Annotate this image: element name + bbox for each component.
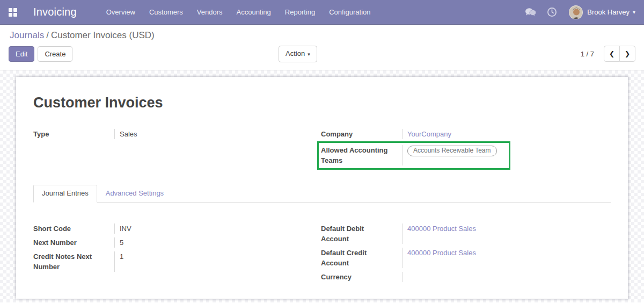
allowed-teams-highlight-box: Allowed Accounting Teams Accounts Receiv… (317, 141, 510, 170)
content-area: Customer Invoices Type Sales Company You… (0, 70, 644, 302)
apps-grid-square (9, 8, 12, 12)
field-default-credit-account: Default Credit Account 400000 Product Sa… (321, 246, 611, 270)
field-short-code-label: Short Code (33, 223, 115, 234)
breadcrumb-journals-link[interactable]: Journals (10, 30, 44, 40)
field-default-credit-account-label: Default Credit Account (321, 248, 402, 268)
pager-counter[interactable]: 1 / 7 (581, 50, 594, 58)
field-currency-value (402, 272, 611, 282)
field-type: Type Sales (33, 127, 311, 141)
field-default-credit-account-value: 400000 Product Sales (402, 248, 611, 268)
navbar-right: Brook Harvey ▾ (524, 5, 635, 19)
breadcrumb-separator: / (44, 30, 51, 40)
top-left-group: Type Sales (33, 127, 311, 170)
field-allowed-teams-value: Accounts Receivable Team (402, 145, 509, 165)
field-short-code-value: INV (115, 223, 311, 234)
field-currency: Currency (321, 270, 611, 284)
user-caret-icon: ▾ (633, 9, 635, 15)
field-allowed-teams: Allowed Accounting Teams Accounts Receiv… (321, 144, 509, 167)
field-credit-notes-next-number: Credit Notes Next Number 1 (33, 250, 311, 274)
bottom-right-group: Default Debit Account 400000 Product Sal… (321, 222, 611, 284)
top-navbar: Invoicing Overview Customers Vendors Acc… (0, 0, 644, 25)
user-name: Brook Harvey (587, 8, 630, 16)
top-right-group: Company YourCompany Allowed Accounting T… (321, 127, 611, 170)
field-next-number-value: 5 (115, 237, 311, 248)
app-title: Invoicing (33, 6, 77, 18)
field-currency-label: Currency (321, 272, 402, 282)
company-link[interactable]: YourCompany (407, 130, 451, 138)
chevron-right-icon: ❯ (625, 50, 630, 57)
field-next-number-label: Next Number (33, 237, 115, 248)
field-type-label: Type (33, 129, 115, 139)
default-debit-account-link[interactable]: 400000 Product Sales (407, 225, 476, 233)
messages-icon[interactable] (524, 8, 536, 17)
pager-next-button[interactable]: ❯ (619, 46, 635, 62)
menu-reporting[interactable]: Reporting (278, 4, 322, 20)
action-label: Action (286, 49, 305, 57)
field-default-debit-account-label: Default Debit Account (321, 223, 402, 244)
record-title: Customer Invoices (33, 95, 611, 111)
default-credit-account-link[interactable]: 400000 Product Sales (407, 249, 476, 257)
field-default-debit-account-value: 400000 Product Sales (402, 223, 611, 244)
field-type-value: Sales (115, 129, 311, 139)
field-allowed-teams-label: Allowed Accounting Teams (321, 145, 402, 165)
pager-previous-button[interactable]: ❮ (604, 46, 620, 62)
accounting-team-tag: Accounts Receivable Team (407, 146, 497, 156)
action-dropdown-button[interactable]: Action▾ (279, 46, 317, 62)
bottom-left-group: Short Code INV Next Number 5 Credit Note… (33, 222, 311, 284)
edit-button[interactable]: Edit (9, 46, 34, 62)
field-company-value: YourCompany (402, 129, 611, 139)
pager-buttons: ❮ ❯ (604, 46, 635, 62)
top-field-groups: Type Sales Company YourCompany Allowed A… (33, 127, 611, 170)
menu-configuration[interactable]: Configuration (322, 4, 377, 20)
field-credit-notes-next-number-value: 1 (115, 251, 311, 272)
tab-advanced-settings[interactable]: Advanced Settings (97, 185, 172, 203)
main-menu: Overview Customers Vendors Accounting Re… (99, 4, 378, 20)
menu-overview[interactable]: Overview (99, 4, 142, 20)
field-short-code: Short Code INV (33, 222, 311, 236)
tab-journal-entries[interactable]: Journal Entries (33, 185, 97, 203)
button-row: Edit Create Action▾ 1 / 7 ❮ ❯ (9, 46, 635, 62)
form-sheet: Customer Invoices Type Sales Company You… (16, 77, 628, 299)
field-default-debit-account: Default Debit Account 400000 Product Sal… (321, 222, 611, 246)
menu-accounting[interactable]: Accounting (230, 4, 278, 20)
create-button[interactable]: Create (38, 46, 72, 62)
bottom-field-groups: Short Code INV Next Number 5 Credit Note… (33, 222, 611, 284)
pager: 1 / 7 ❮ ❯ (581, 46, 635, 62)
notebook-tabs: Journal Entries Advanced Settings (33, 185, 611, 203)
apps-grid-square (9, 13, 12, 17)
breadcrumb: Journals/Customer Invoices (USD) (10, 30, 635, 41)
menu-customers[interactable]: Customers (142, 4, 190, 20)
field-company: Company YourCompany (321, 127, 611, 141)
avatar (569, 5, 583, 19)
apps-grid-square (13, 13, 17, 17)
apps-grid-square (13, 8, 17, 12)
user-menu[interactable]: Brook Harvey ▾ (569, 5, 635, 19)
field-next-number: Next Number 5 (33, 236, 311, 250)
breadcrumb-current: Customer Invoices (USD) (51, 30, 155, 40)
field-credit-notes-next-number-label: Credit Notes Next Number (33, 251, 115, 272)
action-caret-icon: ▾ (308, 52, 310, 57)
activities-clock-icon[interactable] (547, 7, 557, 17)
apps-grid-icon[interactable] (9, 8, 17, 17)
chevron-left-icon: ❮ (609, 50, 614, 57)
field-company-label: Company (321, 129, 402, 139)
control-panel: Journals/Customer Invoices (USD) Edit Cr… (0, 25, 644, 70)
menu-vendors[interactable]: Vendors (190, 4, 230, 20)
